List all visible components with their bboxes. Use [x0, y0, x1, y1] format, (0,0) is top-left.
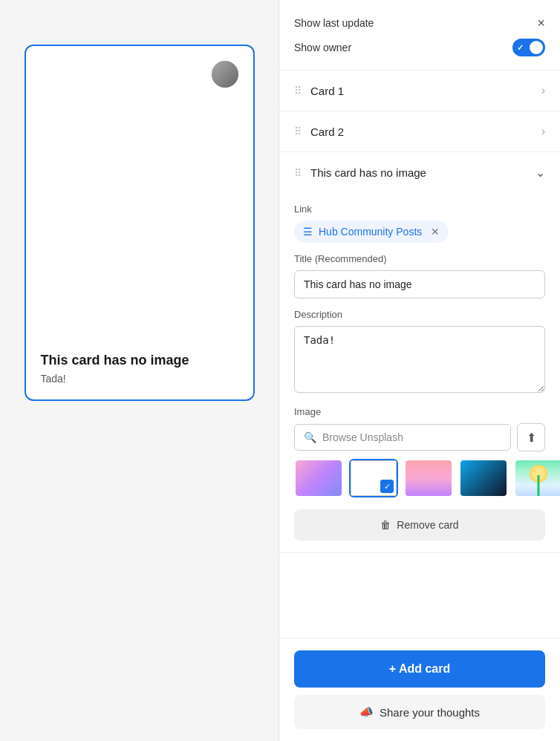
description-field-label: Description	[294, 309, 545, 320]
selected-checkmark: ✓	[380, 480, 394, 493]
description-textarea[interactable]: Tada!	[294, 326, 545, 393]
thumbnail-flower[interactable]	[514, 459, 560, 497]
drag-handle-expanded[interactable]: ⠿	[294, 167, 302, 179]
card-item-1-label: Card 1	[310, 85, 541, 97]
browse-placeholder-text: Browse Unsplash	[322, 431, 403, 443]
thumbnail-blank[interactable]: ✓	[349, 459, 398, 497]
thumbnail-pink-ocean[interactable]	[404, 459, 453, 497]
megaphone-icon: 📣	[359, 705, 374, 719]
trash-icon: 🗑	[380, 519, 391, 531]
link-chip-close-button[interactable]: ✕	[431, 226, 440, 238]
thumbnail-gradient-purple[interactable]	[294, 459, 343, 497]
thumbnail-pink-ocean-bg	[406, 460, 452, 496]
chevron-right-icon-2: ›	[541, 125, 545, 138]
card-item-2[interactable]: ⠿ Card 2 ›	[279, 111, 560, 152]
top-controls: Show last update × Show owner ✓	[279, 0, 560, 71]
card-expanded-body: Link ☰ Hub Community Posts ✕ Title (Reco…	[279, 203, 560, 552]
card-expanded-header[interactable]: ⠿ This card has no image ⌄	[279, 152, 560, 193]
thumbnail-dark-blue-bg	[460, 460, 507, 496]
image-field-label: Image	[294, 406, 545, 417]
avatar-image	[212, 61, 238, 88]
card-preview: This card has no image Tada!	[25, 45, 255, 401]
show-owner-toggle[interactable]: ✓	[512, 39, 545, 56]
preview-card-title: This card has no image	[41, 353, 238, 368]
title-input[interactable]	[294, 270, 545, 298]
bottom-actions: + Add card 📣 Share your thoughts	[279, 638, 560, 741]
link-chip-icon: ☰	[303, 226, 313, 238]
toggle-checkmark: ✓	[517, 43, 524, 53]
card-item-2-label: Card 2	[310, 125, 541, 138]
preview-card-description: Tada!	[41, 373, 238, 385]
show-last-update-row: Show last update ×	[294, 12, 545, 34]
show-owner-row: Show owner ✓	[294, 34, 545, 61]
avatar	[212, 61, 238, 88]
thumbnail-gradient-purple-bg	[296, 460, 342, 496]
remove-card-button[interactable]: 🗑 Remove card	[294, 509, 545, 541]
card-expanded: ⠿ This card has no image ⌄ Link ☰ Hub Co…	[279, 152, 560, 553]
chevron-down-icon: ⌄	[535, 166, 545, 180]
thumbnail-flower-bg	[515, 460, 560, 496]
title-field-label: Title (Recommended)	[294, 253, 545, 264]
thumbnail-blank-bg: ✓	[351, 460, 397, 496]
left-panel: This card has no image Tada!	[0, 0, 279, 741]
image-search-row: 🔍 Browse Unsplash ⬆	[294, 423, 545, 451]
link-chip-text: Hub Community Posts	[319, 226, 422, 238]
drag-handle-1[interactable]: ⠿	[294, 85, 302, 97]
share-thoughts-label: Share your thoughts	[380, 706, 480, 719]
close-button[interactable]: ×	[537, 16, 545, 30]
image-thumbnails: ✓	[294, 459, 545, 497]
card-expanded-label: This card has no image	[310, 166, 535, 179]
add-card-button[interactable]: + Add card	[294, 650, 545, 688]
right-panel: Show last update × Show owner ✓ ⠿ Card 1…	[279, 0, 560, 741]
upload-button[interactable]: ⬆	[517, 423, 545, 451]
link-field-label: Link	[294, 203, 545, 215]
search-icon: 🔍	[304, 431, 316, 443]
upload-icon: ⬆	[527, 431, 536, 445]
flower-stem	[538, 475, 540, 496]
show-last-update-label: Show last update	[294, 17, 374, 29]
show-owner-label: Show owner	[294, 42, 351, 53]
add-card-label: + Add card	[389, 662, 451, 676]
browse-unsplash-input[interactable]: 🔍 Browse Unsplash	[294, 424, 511, 451]
cards-list: ⠿ Card 1 › ⠿ Card 2 › ⠿ This card has no…	[279, 71, 560, 553]
share-thoughts-button[interactable]: 📣 Share your thoughts	[294, 695, 545, 729]
card-item-1[interactable]: ⠿ Card 1 ›	[279, 71, 560, 111]
link-chip[interactable]: ☰ Hub Community Posts ✕	[294, 221, 449, 243]
drag-handle-2[interactable]: ⠿	[294, 125, 302, 137]
remove-card-label: Remove card	[397, 519, 458, 531]
thumbnail-dark-blue[interactable]	[459, 459, 508, 497]
chevron-right-icon-1: ›	[541, 84, 545, 97]
